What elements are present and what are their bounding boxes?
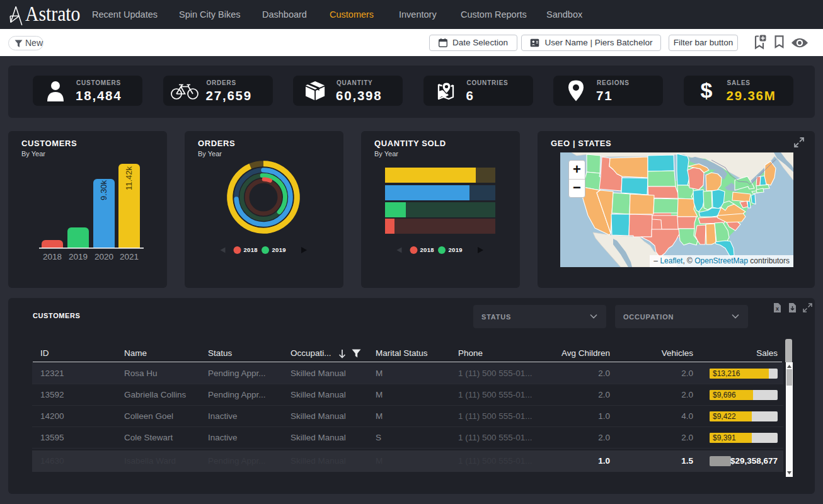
svg-text:9.30k: 9.30k — [99, 180, 108, 200]
svg-text:2020: 2020 — [95, 252, 113, 261]
svg-text:2018: 2018 — [244, 246, 258, 253]
svg-text:2021: 2021 — [120, 252, 139, 261]
svg-text:2019: 2019 — [272, 246, 286, 253]
svg-text:2018: 2018 — [420, 246, 434, 253]
svg-text:2018: 2018 — [43, 252, 62, 261]
svg-text:11.42k: 11.42k — [124, 166, 134, 190]
svg-text:2019: 2019 — [69, 252, 88, 261]
svg-text:x: x — [776, 306, 779, 312]
svg-text:2019: 2019 — [449, 246, 463, 253]
